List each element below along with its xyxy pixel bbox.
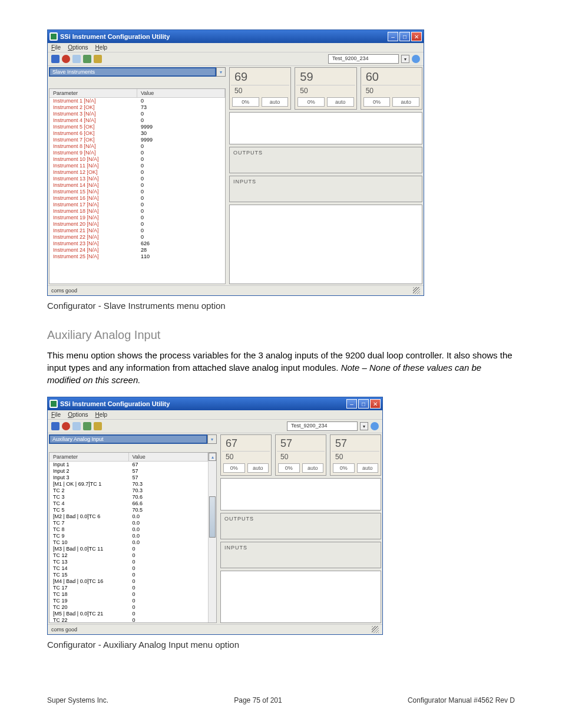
table-row[interactable]: Instrument 22 [N/A]0: [49, 234, 225, 241]
table-row[interactable]: Instrument 1 [N/A]0: [49, 98, 225, 104]
table-row[interactable]: TC 90.0: [49, 533, 208, 539]
table-row[interactable]: Instrument 5 [OK]9999: [49, 124, 225, 130]
table-row[interactable]: Instrument 24 [N/A]28: [49, 247, 225, 253]
table-row[interactable]: TC 466.6: [49, 500, 208, 507]
table-row[interactable]: [M3 | Bad | 0.0]TC 110: [49, 546, 208, 552]
table-row[interactable]: TC 80.0: [49, 526, 208, 533]
menu-file[interactable]: File: [51, 411, 61, 418]
table-row[interactable]: Instrument 20 [N/A]0: [49, 221, 225, 228]
table-row[interactable]: TC 570.5: [49, 507, 208, 513]
close-button[interactable]: ✕: [370, 399, 381, 409]
table-row[interactable]: TC 140: [49, 565, 208, 572]
parameter-grid[interactable]: Parameter Value Instrument 1 [N/A]0Instr…: [49, 88, 226, 284]
maximize-button[interactable]: □: [399, 32, 410, 41]
resize-grip-icon[interactable]: [413, 287, 420, 294]
connect-icon[interactable]: [51, 422, 59, 430]
notes-icon[interactable]: [94, 422, 102, 430]
table-row[interactable]: Instrument 4 [N/A]0: [49, 117, 225, 124]
config-name-input[interactable]: Test_9200_234: [328, 54, 399, 64]
table-row[interactable]: Instrument 18 [N/A]0: [49, 208, 225, 215]
table-row[interactable]: TC 180: [49, 591, 208, 598]
save-dropdown-icon[interactable]: ▾: [401, 55, 409, 63]
table-row[interactable]: TC 150: [49, 572, 208, 578]
parameter-grid[interactable]: Parameter Value Input 167Input 257Input …: [49, 452, 217, 623]
scroll-thumb[interactable]: [209, 496, 216, 538]
refresh-icon[interactable]: [83, 55, 91, 63]
table-row[interactable]: TC 100.0: [49, 539, 208, 546]
table-row[interactable]: Instrument 10 [N/A]0: [49, 156, 225, 163]
table-row[interactable]: Instrument 12 [OK]0: [49, 169, 225, 176]
help-icon[interactable]: [371, 422, 379, 430]
menu-options[interactable]: Options: [68, 44, 88, 51]
maximize-button[interactable]: □: [358, 399, 369, 409]
disconnect-icon[interactable]: [62, 55, 70, 63]
menu-help[interactable]: Help: [95, 44, 108, 51]
table-row[interactable]: TC 190: [49, 598, 208, 604]
column-value[interactable]: Value: [129, 453, 209, 461]
titlebar[interactable]: SSi Instrument Configuration Utility – □…: [48, 30, 424, 43]
table-row[interactable]: Input 167: [49, 462, 208, 468]
dropdown-arrow-icon[interactable]: ▾: [207, 434, 217, 444]
table-row[interactable]: [M2 | Bad | 0.0]TC 60.0: [49, 513, 208, 520]
minimize-button[interactable]: –: [346, 399, 357, 409]
menu-dropdown[interactable]: Auxiliary Analog Input: [49, 434, 207, 444]
table-row[interactable]: Instrument 3 [N/A]0: [49, 111, 225, 117]
table-row[interactable]: Instrument 6 [OK]30: [49, 130, 225, 137]
table-row[interactable]: [M1 | OK | 69.7]TC 170.3: [49, 481, 208, 487]
table-row[interactable]: Instrument 13 [N/A]0: [49, 176, 225, 182]
table-row[interactable]: TC 220: [49, 617, 208, 623]
table-row[interactable]: [M4 | Bad | 0.0]TC 160: [49, 578, 208, 585]
cell-value: 0: [137, 234, 225, 241]
column-parameter[interactable]: Parameter: [49, 453, 129, 461]
save-dropdown-icon[interactable]: ▾: [360, 422, 368, 430]
menu-dropdown[interactable]: Slave Instruments: [49, 67, 216, 77]
table-row[interactable]: Instrument 25 [N/A]110: [49, 253, 225, 260]
cell-value: 70.5: [129, 507, 209, 513]
table-row[interactable]: Input 357: [49, 475, 208, 481]
table-row[interactable]: Instrument 21 [N/A]0: [49, 228, 225, 234]
menu-file[interactable]: File: [51, 44, 61, 51]
table-row[interactable]: Instrument 7 [OK]9999: [49, 137, 225, 143]
table-row[interactable]: Instrument 23 [N/A]626: [49, 241, 225, 247]
table-row[interactable]: Instrument 16 [N/A]0: [49, 195, 225, 202]
page-footer: Super Systems Inc. Page 75 of 201 Config…: [47, 696, 515, 704]
table-row[interactable]: Instrument 9 [N/A]0: [49, 150, 225, 156]
column-value[interactable]: Value: [137, 89, 225, 97]
menu-help[interactable]: Help: [95, 411, 108, 418]
table-row[interactable]: Instrument 19 [N/A]0: [49, 215, 225, 221]
scroll-up-icon[interactable]: ▴: [209, 453, 216, 461]
save-icon[interactable]: [72, 55, 81, 63]
save-icon[interactable]: [72, 422, 81, 430]
resize-grip-icon[interactable]: [372, 626, 379, 633]
table-row[interactable]: Input 257: [49, 468, 208, 475]
dropdown-arrow-icon[interactable]: ▾: [216, 67, 226, 77]
table-row[interactable]: TC 120: [49, 552, 208, 559]
table-row[interactable]: TC 370.6: [49, 494, 208, 500]
table-row[interactable]: TC 70.0: [49, 520, 208, 526]
table-row[interactable]: TC 170: [49, 585, 208, 591]
refresh-icon[interactable]: [83, 422, 91, 430]
table-row[interactable]: Instrument 8 [N/A]0: [49, 143, 225, 150]
table-row[interactable]: Instrument 11 [N/A]0: [49, 163, 225, 169]
config-name-input[interactable]: Test_9200_234: [287, 421, 358, 431]
table-row[interactable]: Instrument 2 [OK]73: [49, 104, 225, 111]
vertical-scrollbar[interactable]: ▴ ▾: [208, 453, 216, 623]
close-button[interactable]: ✕: [411, 32, 422, 41]
table-row[interactable]: TC 130: [49, 559, 208, 565]
table-row[interactable]: Instrument 17 [N/A]0: [49, 202, 225, 208]
table-row[interactable]: TC 270.3: [49, 487, 208, 494]
column-parameter[interactable]: Parameter: [49, 89, 137, 97]
table-row[interactable]: TC 200: [49, 604, 208, 611]
titlebar[interactable]: SSi Instrument Configuration Utility – □…: [48, 397, 382, 410]
help-icon[interactable]: [412, 55, 420, 63]
minimize-button[interactable]: –: [388, 32, 398, 41]
notes-icon[interactable]: [94, 55, 102, 63]
table-row[interactable]: Instrument 15 [N/A]0: [49, 189, 225, 195]
readout-box: 57500%auto: [330, 434, 381, 476]
table-row[interactable]: [M5 | Bad | 0.0]TC 210: [49, 611, 208, 617]
readout-sp: 50: [222, 451, 270, 462]
connect-icon[interactable]: [51, 55, 59, 63]
table-row[interactable]: Instrument 14 [N/A]0: [49, 182, 225, 189]
disconnect-icon[interactable]: [62, 422, 70, 430]
menu-options[interactable]: Options: [68, 411, 88, 418]
